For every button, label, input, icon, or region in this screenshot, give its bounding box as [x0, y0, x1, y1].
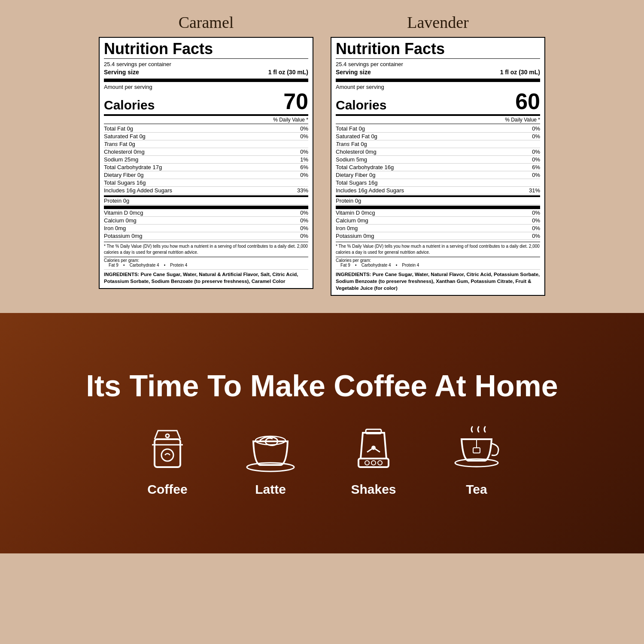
lavender-potassium: Potassium 0mg0% [336, 232, 540, 240]
caramel-nutrient-dietary-fiber: Dietary Fiber 0g0% [104, 171, 308, 179]
svg-point-11 [371, 461, 376, 465]
lavender-calories-value: 60 [515, 90, 540, 112]
lavender-nutrient-added-sugars: Includes 16g Added Sugars31% [336, 187, 540, 194]
lavender-iron: Iron 0mg0% [336, 225, 540, 232]
caramel-footnote: * The % Daily Value (DV) tells you how m… [104, 242, 308, 255]
caramel-title: Caramel [179, 13, 234, 32]
lavender-daily-value-header: % Daily Value * [336, 117, 540, 124]
caramel-nutrient-total-fat: Total Fat 0g0% [104, 125, 308, 133]
latte-icon [245, 424, 296, 476]
lavender-vitamin-d: Vitamin D 0mcg0% [336, 209, 540, 217]
lavender-panel: Nutrition Facts 25.4 servings per contai… [331, 37, 545, 296]
caramel-calories-label: Calories [104, 98, 155, 112]
caramel-nutrient-saturated-fat: Saturated Fat 0g0% [104, 133, 308, 140]
lavender-serving-size-label: Serving size [336, 68, 371, 77]
lavender-calories-per-gram: Calories per gram: Fat 9 • Carbohydrate … [336, 257, 540, 267]
lavender-nutrient-total-carb: Total Carbohydrate 16g6% [336, 164, 540, 171]
icons-row: Coffee Latte [142, 424, 502, 497]
caramel-calories-value: 70 [283, 90, 308, 112]
tea-label: Tea [466, 482, 487, 497]
shakes-item: Shakes [348, 424, 399, 497]
svg-point-12 [378, 461, 382, 465]
lavender-nutrient-protein: Protein 0g [336, 195, 540, 205]
svg-rect-13 [366, 429, 381, 434]
caramel-nutrient-trans-fat: Trans Fat 0g [104, 140, 308, 148]
lavender-nutrient-dietary-fiber: Dietary Fiber 0g0% [336, 171, 540, 179]
tea-item: Tea [451, 424, 502, 497]
caramel-nutrient-total-sugars: Total Sugars 16g [104, 179, 308, 187]
caramel-calories-per-gram: Calories per gram: Fat 9 • Carbohydrate … [104, 257, 308, 267]
caramel-potassium: Potassium 0mg0% [104, 232, 308, 240]
svg-point-2 [166, 434, 169, 437]
caramel-panel: Nutrition Facts 25.4 servings per contai… [99, 37, 313, 289]
lavender-nutrient-total-fat: Total Fat 0g0% [336, 125, 540, 133]
lavender-nutrient-trans-fat: Trans Fat 0g [336, 140, 540, 148]
tagline: Its Time To Make Coffee At Home [86, 370, 558, 403]
caramel-nutrient-cholesterol: Cholesterol 0mg0% [104, 148, 308, 156]
caramel-nutrient-sodium: Sodium 25mg1% [104, 156, 308, 164]
svg-point-3 [161, 449, 173, 461]
latte-label: Latte [255, 482, 286, 497]
caramel-iron: Iron 0mg0% [104, 225, 308, 232]
shakes-label: Shakes [351, 482, 396, 497]
latte-item: Latte [245, 424, 296, 497]
bottom-section: Its Time To Make Coffee At Home Coffee [0, 313, 644, 553]
caramel-ingredients: INGREDIENTS: Pure Cane Sugar, Water, Nat… [104, 269, 308, 285]
lavender-title: Lavender [407, 13, 468, 32]
tea-icon [451, 424, 502, 476]
lavender-ingredients: INGREDIENTS: Pure Cane Sugar, Water, Nat… [336, 269, 540, 292]
lavender-servings-per-container: 25.4 servings per container [336, 61, 540, 68]
lavender-footnote: * The % Daily Value (DV) tells you how m… [336, 242, 540, 255]
lavender-column: Lavender Nutrition Facts 25.4 servings p… [331, 13, 545, 296]
lavender-nutrient-saturated-fat: Saturated Fat 0g0% [336, 133, 540, 140]
caramel-daily-value-header: % Daily Value * [104, 117, 308, 124]
coffee-icon [142, 424, 193, 476]
caramel-calcium: Calcium 0mg0% [104, 217, 308, 225]
lavender-calories-label: Calories [336, 98, 386, 112]
caramel-amount-per-serving: Amount per serving [104, 84, 308, 90]
caramel-nutrition-title: Nutrition Facts [104, 41, 308, 59]
lavender-calcium: Calcium 0mg0% [336, 217, 540, 225]
coffee-label: Coffee [147, 482, 187, 497]
caramel-nutrient-protein: Protein 0g [104, 195, 308, 205]
svg-point-10 [365, 461, 369, 465]
svg-rect-6 [358, 459, 389, 467]
lavender-nutrition-title: Nutrition Facts [336, 41, 540, 59]
caramel-servings-per-container: 25.4 servings per container [104, 61, 308, 68]
caramel-serving-size-label: Serving size [104, 68, 139, 77]
lavender-serving-size-value: 1 fl oz (30 mL) [500, 68, 540, 77]
top-section: Caramel Nutrition Facts 25.4 servings pe… [0, 0, 644, 313]
shakes-icon [348, 424, 399, 476]
caramel-serving-size-value: 1 fl oz (30 mL) [268, 68, 308, 77]
caramel-nutrient-added-sugars: Includes 16g Added Sugars33% [104, 187, 308, 194]
coffee-item: Coffee [142, 424, 193, 497]
caramel-vitamin-d: Vitamin D 0mcg0% [104, 209, 308, 217]
lavender-amount-per-serving: Amount per serving [336, 84, 540, 90]
svg-rect-16 [473, 448, 480, 453]
lavender-nutrient-total-sugars: Total Sugars 16g [336, 179, 540, 187]
caramel-column: Caramel Nutrition Facts 25.4 servings pe… [99, 13, 313, 289]
caramel-nutrient-total-carb: Total Carbohydrate 17g6% [104, 164, 308, 171]
lavender-nutrient-sodium: Sodium 5mg0% [336, 156, 540, 164]
svg-point-9 [372, 446, 375, 450]
lavender-nutrient-cholesterol: Cholesterol 0mg0% [336, 148, 540, 156]
